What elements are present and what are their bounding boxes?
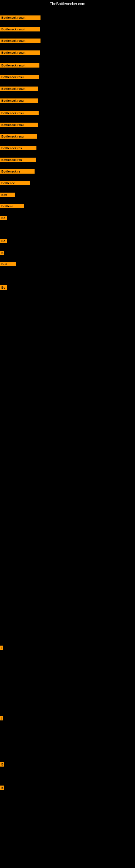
bottleneck-result-badge: Bottleneck result [0,27,40,31]
bottleneck-result-badge: Bottleneck result [0,16,41,20]
bottleneck-result-badge: Bottleneck resul [0,111,39,115]
bottleneck-result-badge: Bottleneck result [0,63,39,67]
bottleneck-result-badge: Bo [0,239,7,243]
bottleneck-result-badge: Bottleneck res [0,146,37,150]
bottleneck-result-badge: Bottleneck resul [0,98,38,103]
bottleneck-result-badge: Bott [0,262,16,267]
bottleneck-result-badge: Bottleneck resul [0,123,38,127]
bottleneck-result-badge: Bottleneck resul [0,75,39,79]
site-title: TheBottlenecker.com [0,1,135,7]
bottleneck-result-badge: Bottleneck result [0,87,38,91]
bottleneck-result-badge: Bottleneck res [0,158,36,162]
bottleneck-result-badge: Bottleneck result [0,38,41,43]
bottleneck-result-badge: Bottleneck re [0,169,35,174]
bottleneck-result-badge: Bottleneck resul [0,134,37,138]
bottleneck-result-badge: B [0,251,4,255]
bottleneck-result-badge: Bott [0,193,15,197]
bottleneck-result-badge: Bo [0,285,7,290]
bottleneck-result-badge: | [0,716,3,720]
bottleneck-result-badge: | [0,646,3,650]
bottleneck-result-badge: Bottleneck result [0,51,40,55]
bottleneck-result-badge: Bottlene [0,204,24,208]
bottleneck-result-badge: Bo [0,216,7,220]
bottleneck-result-badge: B [0,785,4,790]
bottleneck-result-badge: Bottlenec [0,181,30,185]
bottleneck-result-badge: B [0,762,4,767]
